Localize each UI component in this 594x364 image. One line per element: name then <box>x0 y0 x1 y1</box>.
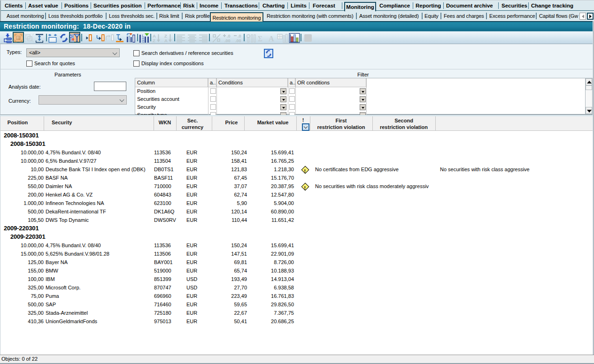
svg-text:.0: .0 <box>238 34 241 38</box>
svg-text:.00: .00 <box>235 38 241 43</box>
svg-text:.0: .0 <box>227 34 231 38</box>
svg-text:A: A <box>269 35 274 43</box>
svg-text:.00: .00 <box>224 38 231 43</box>
svg-text:Z: Z <box>153 38 155 43</box>
svg-text:Σ: Σ <box>258 34 262 43</box>
svg-text:A: A <box>164 38 168 43</box>
